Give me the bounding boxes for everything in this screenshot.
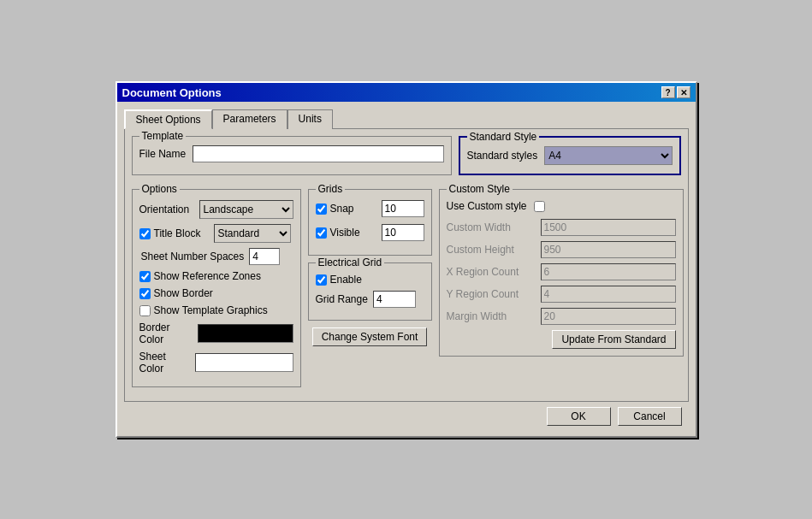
snap-input[interactable]	[382, 200, 424, 217]
title-block-select[interactable]: Standard None	[214, 224, 291, 243]
custom-height-label: Custom Height	[447, 244, 541, 256]
grids-section: Grids Snap Visible	[308, 189, 432, 256]
show-border-checkbox[interactable]	[139, 288, 151, 299]
snap-row: Snap	[316, 200, 424, 217]
enable-checkbox[interactable]	[316, 274, 327, 286]
custom-height-row: Custom Height	[447, 241, 676, 258]
visible-checkbox[interactable]	[316, 227, 327, 239]
electrical-grid-legend: Electrical Grid	[316, 257, 385, 268]
show-border-row: Show Border	[139, 287, 293, 299]
help-button[interactable]: ?	[661, 86, 675, 98]
y-region-row: Y Region Count	[447, 286, 676, 303]
standard-style-legend: Standard Style	[467, 131, 540, 143]
template-legend: Template	[139, 130, 187, 142]
title-block-label: Title Block	[154, 227, 214, 239]
dialog-body: Sheet Options Parameters Units Template …	[117, 102, 696, 436]
use-custom-label: Use Custom style	[447, 200, 527, 212]
snap-checkbox[interactable]	[316, 203, 327, 215]
x-region-label: X Region Count	[447, 266, 541, 278]
change-font-btn-row: Change System Font	[308, 327, 432, 346]
visible-input[interactable]	[382, 224, 424, 241]
title-block-checkbox[interactable]	[139, 228, 151, 239]
orientation-label: Orientation	[139, 203, 199, 215]
cancel-button[interactable]: Cancel	[618, 407, 682, 426]
options-section: Options Orientation Landscape Portrait	[132, 189, 301, 387]
sheet-color-label: Sheet Color	[139, 351, 187, 375]
grid-range-label: Grid Range	[316, 293, 368, 305]
y-region-input[interactable]	[541, 286, 676, 303]
visible-label: Visible	[330, 227, 382, 239]
standard-styles-row: Standard styles A4 A3 A2 A1 A0 Letter Ta…	[467, 146, 673, 165]
margin-width-label: Margin Width	[447, 310, 541, 322]
custom-style-section: Custom Style Use Custom style Custom Wid…	[439, 189, 684, 357]
electrical-grid-section: Electrical Grid Enable Grid Range	[308, 262, 432, 321]
show-reference-zones-label: Show Reference Zones	[154, 270, 261, 282]
sheet-color-swatch[interactable]	[195, 353, 293, 372]
border-color-row: Border Color	[139, 321, 293, 345]
dialog-footer: OK Cancel	[124, 402, 689, 429]
visible-row: Visible	[316, 224, 424, 241]
file-name-input[interactable]	[193, 145, 443, 162]
sheet-color-row: Sheet Color	[139, 351, 293, 375]
tab-bar: Sheet Options Parameters Units	[124, 109, 689, 128]
border-color-label: Border Color	[139, 321, 189, 345]
middle-panel: Grids Snap Visible	[308, 189, 432, 394]
custom-width-input[interactable]	[541, 219, 676, 236]
standard-style-section: Standard Style Standard styles A4 A3 A2 …	[459, 136, 681, 175]
dialog-title: Document Options	[122, 86, 222, 99]
sheet-number-row: Sheet Number Spaces	[141, 248, 293, 265]
sheet-number-input[interactable]	[249, 248, 280, 265]
custom-width-label: Custom Width	[447, 221, 541, 233]
standard-styles-label: Standard styles	[467, 150, 538, 162]
show-template-graphics-label: Show Template Graphics	[154, 304, 268, 316]
custom-height-input[interactable]	[541, 241, 676, 258]
top-row: Template File Name Standard Style Standa…	[132, 136, 681, 182]
custom-width-row: Custom Width	[447, 219, 676, 236]
tab-content-sheet-options: Template File Name Standard Style Standa…	[124, 128, 689, 402]
x-region-input[interactable]	[541, 263, 676, 280]
main-content: Options Orientation Landscape Portrait	[132, 189, 681, 394]
sheet-number-label: Sheet Number Spaces	[141, 251, 245, 262]
margin-width-input[interactable]	[541, 308, 676, 325]
options-panel: Options Orientation Landscape Portrait	[132, 189, 301, 394]
use-custom-row: Use Custom style	[447, 200, 676, 212]
show-template-graphics-row: Show Template Graphics	[139, 304, 293, 316]
enable-row: Enable	[316, 274, 424, 286]
title-bar: Document Options ? ✕	[117, 83, 696, 102]
grid-range-input[interactable]	[373, 291, 416, 308]
x-region-row: X Region Count	[447, 263, 676, 280]
close-button[interactable]: ✕	[677, 86, 690, 98]
tab-units[interactable]: Units	[287, 109, 333, 129]
orientation-row: Orientation Landscape Portrait	[139, 200, 293, 219]
show-reference-zones-checkbox[interactable]	[139, 271, 151, 282]
grids-legend: Grids	[316, 183, 346, 195]
y-region-label: Y Region Count	[447, 288, 541, 300]
tab-sheet-options[interactable]: Sheet Options	[124, 109, 212, 129]
enable-label: Enable	[330, 274, 362, 286]
document-options-dialog: Document Options ? ✕ Sheet Options Param…	[116, 81, 697, 438]
change-system-font-button[interactable]: Change System Font	[312, 327, 428, 346]
custom-style-panel: Custom Style Use Custom style Custom Wid…	[439, 189, 684, 394]
standard-styles-select[interactable]: A4 A3 A2 A1 A0 Letter Tabloid	[544, 146, 672, 165]
update-btn-row: Update From Standard	[447, 330, 676, 349]
custom-style-legend: Custom Style	[447, 183, 513, 195]
template-section: Template File Name	[132, 136, 452, 175]
margin-width-row: Margin Width	[447, 308, 676, 325]
ok-button[interactable]: OK	[547, 407, 611, 426]
title-block-row: Title Block Standard None	[139, 224, 293, 243]
tab-parameters[interactable]: Parameters	[212, 109, 287, 129]
border-color-swatch[interactable]	[198, 324, 293, 343]
file-name-label: File Name	[139, 148, 187, 160]
use-custom-checkbox[interactable]	[534, 201, 545, 212]
grid-range-row: Grid Range	[316, 291, 424, 308]
show-template-graphics-checkbox[interactable]	[139, 305, 151, 316]
update-from-standard-button[interactable]: Update From Standard	[552, 330, 675, 349]
orientation-select[interactable]: Landscape Portrait	[199, 200, 293, 219]
file-name-row: File Name	[139, 145, 444, 162]
show-reference-zones-row: Show Reference Zones	[139, 270, 293, 282]
show-border-label: Show Border	[154, 287, 213, 299]
title-bar-buttons: ? ✕	[661, 86, 690, 98]
snap-label: Snap	[330, 203, 382, 215]
options-legend: Options	[139, 183, 180, 195]
